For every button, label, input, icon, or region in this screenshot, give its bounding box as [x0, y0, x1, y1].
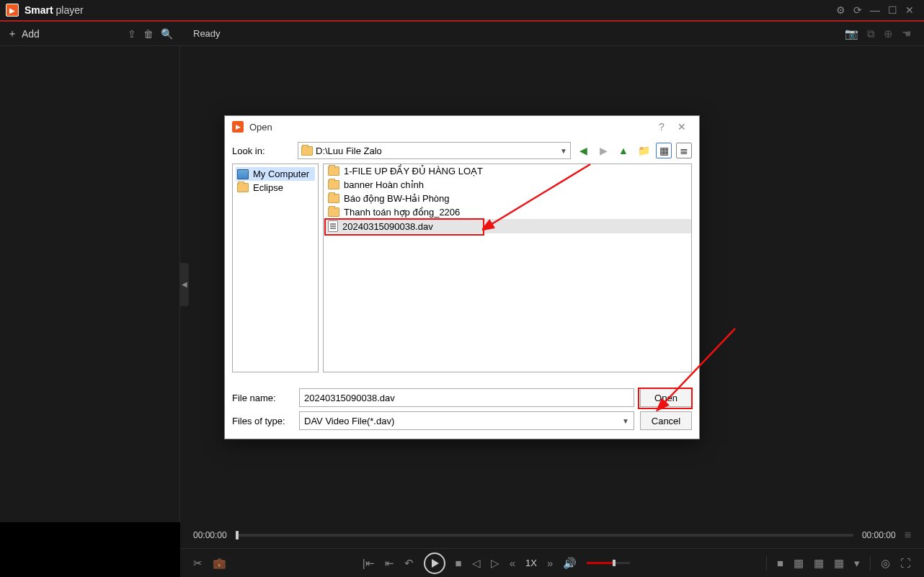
plus-icon: ＋	[7, 27, 17, 40]
app-logo-icon: ▶	[6, 4, 19, 17]
dialog-title: Open	[249, 122, 272, 133]
app-title: Smart player	[25, 4, 84, 16]
file-row[interactable]: Báo động BW-Hải Phòng	[324, 192, 691, 205]
add-label: Add	[22, 28, 40, 40]
layout-1-icon[interactable]: ■	[777, 557, 783, 569]
search-icon[interactable]: 🔍	[161, 28, 173, 40]
look-in-value: D:\Luu File Zalo	[316, 146, 382, 156]
dialog-title-bar: ▶ Open ? ✕	[225, 116, 699, 138]
maximize-button[interactable]: ☐	[884, 1, 901, 19]
layout-16-icon[interactable]: ▦	[834, 557, 844, 570]
view-icons-icon[interactable]: ▦	[656, 143, 672, 158]
filetype-row: Files of type: DAV Video File(*.dav) ▼ C…	[232, 411, 692, 430]
dropdown-arrow-icon: ▼	[560, 147, 567, 155]
dropdown-arrow-icon: ▼	[622, 417, 629, 425]
delete-icon[interactable]: 🗑	[143, 28, 154, 40]
sidebar-collapse-handle[interactable]: ◀	[180, 263, 189, 306]
dialog-bottom: File name: Open Files of type: DAV Video…	[225, 380, 699, 439]
app-title-bold: Smart	[25, 4, 53, 16]
file-name: banner Hoàn chỉnh	[344, 179, 424, 190]
monitor-icon	[237, 169, 249, 179]
up-icon[interactable]: ▲	[616, 143, 631, 158]
refresh-icon[interactable]: ⟳	[849, 1, 866, 19]
clip-icon[interactable]: ✂	[193, 557, 203, 570]
open-dialog: ▶ Open ? ✕ Look in: D:\Luu File Zalo ▼ ◀…	[224, 115, 700, 439]
tree-my-computer[interactable]: My Computer	[236, 167, 315, 181]
filetype-label: Files of type:	[232, 416, 293, 426]
timeline-menu-icon[interactable]: ≡	[905, 529, 911, 542]
dialog-close-button[interactable]: ✕	[672, 121, 692, 133]
play-button[interactable]	[424, 553, 445, 574]
dialog-logo-icon: ▶	[232, 121, 244, 133]
minimize-button[interactable]: —	[866, 1, 884, 19]
look-in-label: Look in:	[232, 146, 293, 156]
folder-icon	[301, 146, 313, 156]
file-name: Thanh toán hợp đồng_2206	[344, 207, 460, 218]
file-name: 20240315090038.dav	[342, 221, 433, 232]
control-bar: ✂ 💼 |⇤ ⇤ ↶ ■ ◁ ▷ « 1X » 🔊 ■ ▦ ▦ ▦ ▾ ◎ ⛶	[180, 548, 924, 577]
filename-row: File name: Open	[232, 388, 692, 407]
slow-icon[interactable]: «	[510, 557, 515, 569]
tool-left: ＋ Add ⇪ 🗑 🔍	[0, 27, 180, 40]
layout-dropdown-icon[interactable]: ▾	[854, 557, 860, 570]
hand-icon[interactable]: ☚	[902, 27, 911, 40]
cancel-button[interactable]: Cancel	[640, 411, 692, 430]
file-row[interactable]: Thanh toán hợp đồng_2206	[324, 205, 691, 219]
divider	[766, 556, 767, 571]
forward-icon[interactable]: ▶	[595, 143, 611, 158]
undo-icon[interactable]: ↶	[404, 557, 414, 570]
add-button[interactable]: ＋ Add	[7, 27, 40, 40]
dialog-tree: My Computer Eclipse	[232, 164, 319, 372]
file-row-selected[interactable]: 20240315090038.dav	[324, 219, 691, 233]
tree-my-computer-label: My Computer	[253, 169, 309, 179]
timeline-track[interactable]	[236, 534, 853, 537]
dialog-help-button[interactable]: ?	[652, 121, 672, 133]
folder-icon	[328, 194, 339, 203]
zoom-icon[interactable]: ⊕	[884, 27, 893, 40]
title-bar: ▶ Smart player ⚙ ⟳ — ☐ ✕	[0, 0, 924, 22]
folder-icon	[237, 183, 249, 192]
step-back-icon[interactable]: ◁	[472, 557, 481, 570]
briefcase-icon[interactable]: 💼	[213, 557, 226, 570]
layout-4-icon[interactable]: ▦	[794, 557, 804, 570]
export-icon[interactable]: ⇪	[128, 28, 136, 40]
filename-input[interactable]	[299, 388, 634, 407]
folder-icon	[328, 166, 339, 176]
tree-eclipse[interactable]: Eclipse	[236, 181, 315, 194]
record-icon[interactable]: ⧉	[867, 27, 875, 40]
fisheye-icon[interactable]: ◎	[881, 557, 890, 570]
stop-button[interactable]: ■	[456, 557, 462, 569]
fast-icon[interactable]: »	[547, 557, 553, 569]
view-list-icon[interactable]: ≣	[676, 143, 692, 158]
open-button[interactable]: Open	[640, 388, 692, 407]
layout-9-icon[interactable]: ▦	[814, 557, 824, 570]
dialog-file-list: 1-FILE UP ĐẦY ĐỦ HÀNG LOẠT banner Hoàn c…	[323, 164, 692, 372]
volume-icon[interactable]: 🔊	[563, 557, 577, 570]
camera-icon[interactable]: 📷	[845, 27, 858, 40]
file-row[interactable]: banner Hoàn chỉnh	[324, 178, 691, 192]
filename-label: File name:	[232, 393, 293, 403]
step-forward-icon[interactable]: ▷	[491, 557, 499, 570]
play-triangle-icon	[432, 559, 439, 568]
file-row[interactable]: 1-FILE UP ĐẦY ĐỦ HÀNG LOẠT	[324, 164, 691, 178]
speed-label: 1X	[525, 558, 537, 568]
time-current: 00:00:00	[193, 530, 227, 540]
volume-slider[interactable]	[587, 562, 630, 564]
file-name: 1-FILE UP ĐẦY ĐỦ HÀNG LOẠT	[344, 166, 483, 176]
tree-eclipse-label: Eclipse	[253, 182, 283, 193]
new-folder-icon[interactable]: 📁	[636, 143, 652, 158]
settings-icon[interactable]: ⚙	[832, 1, 849, 19]
filetype-select[interactable]: DAV Video File(*.dav) ▼	[299, 411, 634, 430]
sidebar	[0, 46, 180, 522]
filetype-value: DAV Video File(*.dav)	[304, 416, 394, 426]
back-icon[interactable]: ◀	[575, 143, 591, 158]
look-in-dropdown[interactable]: D:\Luu File Zalo ▼	[298, 142, 571, 159]
folder-icon	[328, 207, 339, 217]
close-button[interactable]: ✕	[901, 1, 918, 19]
skip-start-icon[interactable]: |⇤	[363, 557, 375, 570]
tool-row: ＋ Add ⇪ 🗑 🔍 Ready 📷 ⧉ ⊕ ☚	[0, 22, 924, 46]
prev-frame-icon[interactable]: ⇤	[385, 557, 394, 570]
app-title-light: player	[53, 4, 84, 16]
fullscreen-icon[interactable]: ⛶	[900, 557, 911, 569]
file-name: Báo động BW-Hải Phòng	[344, 193, 450, 204]
